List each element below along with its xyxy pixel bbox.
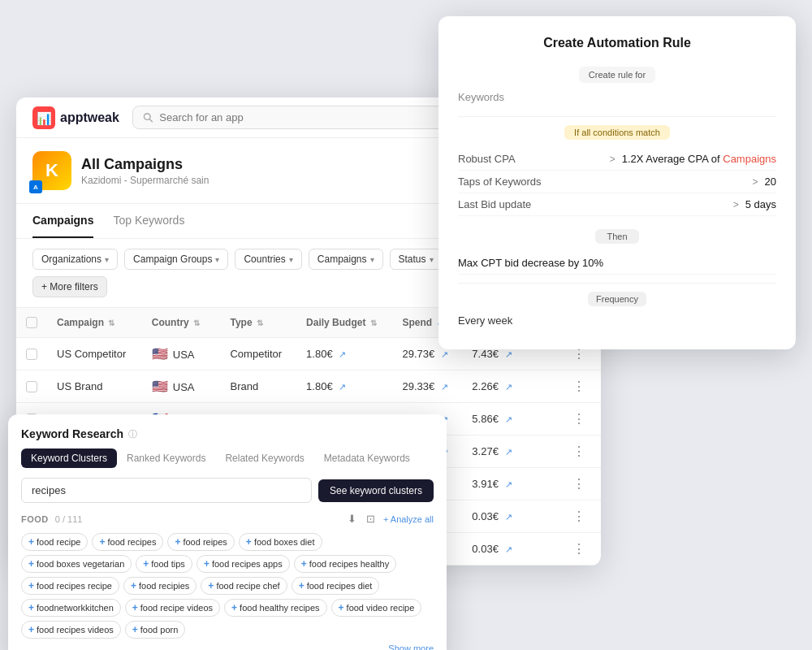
logo-text: apptweak xyxy=(60,110,119,125)
filter-status[interactable]: Status ▾ xyxy=(390,249,443,270)
tag-food-recipes-apps[interactable]: + food recipes apps xyxy=(197,555,290,573)
chevron-down-icon: ▾ xyxy=(370,255,374,264)
filter-organizations[interactable]: Organizations ▾ xyxy=(32,249,118,270)
tag-food-recipe-videos[interactable]: + food recipe videos xyxy=(125,599,220,617)
more-filters-button[interactable]: + More filters xyxy=(32,276,107,297)
trend-icon[interactable]: ↗ xyxy=(505,479,512,489)
trend-icon[interactable]: ↗ xyxy=(441,349,448,359)
show-more-button[interactable]: Show more xyxy=(21,644,434,650)
condition-last-bid: Last Bid update > 5 days xyxy=(458,193,776,216)
filter-countries[interactable]: Countries ▾ xyxy=(235,249,301,270)
trend-icon[interactable]: ↗ xyxy=(339,382,346,392)
tab-related-keywords[interactable]: Related Keywords xyxy=(215,448,313,468)
col-type[interactable]: Type ⇅ xyxy=(220,308,296,338)
tab-top-keywords[interactable]: Top Keywords xyxy=(113,204,184,238)
cpa-cell: 0.03€ ↗ xyxy=(462,533,559,566)
download-icon[interactable]: ⬇ xyxy=(346,511,358,526)
food-section-label: FOOD xyxy=(21,514,49,524)
tab-campaigns[interactable]: Campaigns xyxy=(32,204,93,238)
tag-food-boxes-diet[interactable]: + food boxes diet xyxy=(239,533,322,551)
condition-taps: Taps of Keywords > 20 xyxy=(458,171,776,193)
chevron-down-icon: ▾ xyxy=(105,255,109,264)
tag-food-recipes-videos[interactable]: + food recipes videos xyxy=(21,621,121,639)
chevron-down-icon: ▾ xyxy=(289,255,293,264)
app-details: All Campaigns Kazidomi - Supermarché sai… xyxy=(81,156,209,186)
svg-line-3 xyxy=(149,119,152,121)
apptweak-logo-icon: 📊 xyxy=(32,106,55,129)
filter-campaign-groups[interactable]: Campaign Groups ▾ xyxy=(124,249,228,270)
tag-food-reipes[interactable]: + food reipes xyxy=(167,533,234,551)
tab-ranked-keywords[interactable]: Ranked Keywords xyxy=(117,448,215,468)
if-conditions-badge: If all conditions match xyxy=(564,125,670,140)
filter-campaigns[interactable]: Campaigns ▾ xyxy=(309,249,383,270)
col-campaign[interactable]: Campaign ⇅ xyxy=(47,308,142,338)
food-section-header: FOOD 0 / 111 ⬇ ⊡ + Analyze all xyxy=(21,511,434,526)
create-rule-for-badge[interactable]: Create rule for xyxy=(579,67,655,83)
tag-food-recipe-chef[interactable]: + food recipe chef xyxy=(201,577,287,595)
keyword-search-row: See keyword clusters xyxy=(21,478,434,503)
then-badge: Then xyxy=(595,229,638,244)
frequency-badge: Frequency xyxy=(588,292,646,306)
tag-food-recipes-recipe[interactable]: + food recipes recipe xyxy=(21,577,119,595)
trend-icon[interactable]: ↗ xyxy=(339,349,346,359)
tag-food-tips[interactable]: + food tips xyxy=(136,555,192,573)
trend-icon[interactable]: ↗ xyxy=(505,414,512,424)
col-daily-budget[interactable]: Daily Budget ⇅ xyxy=(296,308,392,338)
app-name: All Campaigns xyxy=(81,156,209,173)
trend-icon[interactable]: ↗ xyxy=(505,544,512,554)
tag-food-boxes-vegetarian[interactable]: + food boxes vegetarian xyxy=(21,555,132,573)
budget-cell: 1.80€ ↗ xyxy=(296,338,392,370)
automation-rule-panel: Create Automation Rule Create rule for K… xyxy=(438,16,796,349)
row-more-button[interactable]: ⋮ xyxy=(569,412,589,426)
campaign-name: US Competitor xyxy=(47,338,142,370)
type-cell: Competitor xyxy=(220,338,296,370)
tag-food-recipes-diet[interactable]: + food recipes diet xyxy=(292,577,380,595)
country-cell: 🇺🇸USA xyxy=(142,338,221,370)
tag-food-recipes-healthy[interactable]: + food recipes healthy xyxy=(294,555,396,573)
tab-metadata-keywords[interactable]: Metadata Keywords xyxy=(314,448,420,468)
trend-icon[interactable]: ↗ xyxy=(505,447,512,457)
app-left: K A All Campaigns Kazidomi - Supermarché… xyxy=(32,151,209,190)
trend-icon[interactable]: ↗ xyxy=(441,382,448,392)
cpa-cell: 3.91€ ↗ xyxy=(462,468,559,500)
keywords-label: Keywords xyxy=(458,91,776,103)
row-more-button[interactable]: ⋮ xyxy=(569,379,589,393)
cpa-cell: 2.26€ ↗ xyxy=(462,370,559,403)
food-section-count: 0 / 111 xyxy=(55,514,83,524)
row-more-button[interactable]: ⋮ xyxy=(569,477,589,491)
tag-food-healthy-recipes[interactable]: + food healthy recipes xyxy=(224,599,326,617)
tag-food-recipes[interactable]: + food recipes xyxy=(92,533,163,551)
col-country[interactable]: Country ⇅ xyxy=(142,308,221,338)
app-icon: K A xyxy=(32,151,71,190)
row-more-button[interactable]: ⋮ xyxy=(569,509,589,523)
tag-foodnetworkkitchen[interactable]: + foodnetworkkitchen xyxy=(21,599,121,617)
keyword-search-input[interactable] xyxy=(21,478,312,503)
keyword-research-info-icon[interactable]: ⓘ xyxy=(128,428,137,440)
analyze-all-button[interactable]: + Analyze all xyxy=(383,514,434,524)
copy-icon[interactable]: ⊡ xyxy=(365,511,377,526)
every-week-label: Every week xyxy=(458,311,776,330)
cpa-cell: 5.86€ ↗ xyxy=(462,403,559,436)
budget-cell: 1.80€ ↗ xyxy=(296,370,392,403)
trend-icon[interactable]: ↗ xyxy=(505,512,512,522)
row-more-button[interactable]: ⋮ xyxy=(569,444,589,458)
select-all-checkbox[interactable] xyxy=(26,317,37,328)
tab-keyword-clusters[interactable]: Keyword Clusters xyxy=(21,448,117,468)
trend-icon[interactable]: ↗ xyxy=(505,349,512,359)
row-checkbox[interactable] xyxy=(26,381,37,392)
tag-food-porn[interactable]: + food porn xyxy=(125,621,186,639)
cpa-cell: 3.27€ ↗ xyxy=(462,436,559,468)
tag-food-recipe[interactable]: + food recipe xyxy=(21,533,88,551)
trend-icon[interactable]: ↗ xyxy=(505,382,512,392)
auto-action: Max CPT bid decrease by 10% xyxy=(458,252,776,275)
keyword-research-panel: Keyword Research ⓘ Keyword Clusters Rank… xyxy=(8,414,447,650)
tag-food-video-recipe[interactable]: + food video recipe xyxy=(331,599,422,617)
chevron-down-icon: ▾ xyxy=(215,255,219,264)
search-icon xyxy=(143,112,153,123)
logo: 📊 apptweak xyxy=(32,106,119,129)
country-cell: 🇺🇸USA xyxy=(142,370,221,403)
tag-food-recipies[interactable]: + food recipies xyxy=(123,577,197,595)
row-more-button[interactable]: ⋮ xyxy=(569,542,589,556)
row-checkbox[interactable] xyxy=(26,349,37,360)
see-clusters-button[interactable]: See keyword clusters xyxy=(318,479,434,502)
